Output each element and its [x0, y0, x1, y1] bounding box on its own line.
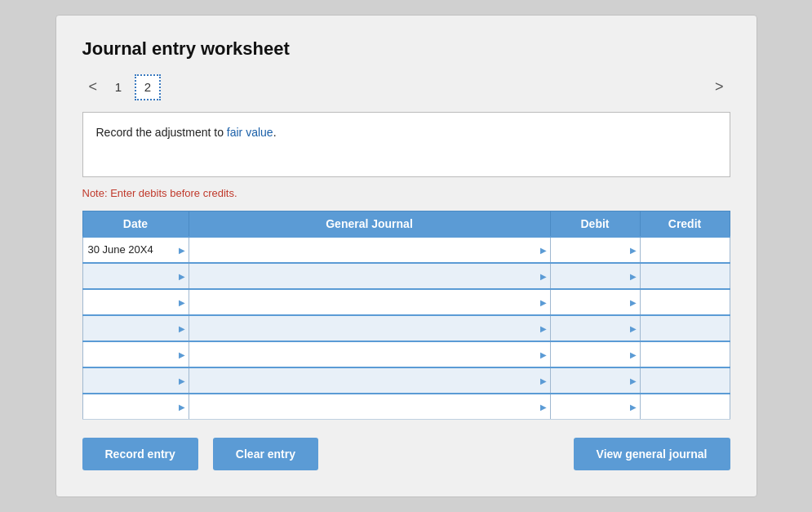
prev-arrow[interactable]: <	[82, 77, 104, 97]
table-row: 30 June 20X4	[82, 237, 730, 263]
col-header-date: Date	[82, 211, 189, 237]
cell-credit-4[interactable]	[640, 341, 730, 367]
cell-date-6[interactable]	[82, 394, 189, 420]
note-text: Note: Enter debits before credits.	[82, 187, 730, 199]
cell-credit-2[interactable]	[640, 289, 730, 315]
next-arrow[interactable]: >	[708, 77, 730, 97]
cell-gj-5[interactable]	[189, 367, 550, 394]
table-row	[82, 315, 730, 341]
cell-date-4[interactable]	[82, 341, 189, 367]
cell-credit-3[interactable]	[640, 315, 730, 341]
record-entry-button[interactable]: Record entry	[82, 438, 198, 470]
description-text-before: Record the adjustment to	[96, 126, 227, 139]
cell-gj-1[interactable]	[189, 263, 550, 289]
cell-date-0[interactable]: 30 June 20X4	[82, 237, 189, 263]
description-box: Record the adjustment to fair value.	[82, 112, 730, 177]
cell-date-2[interactable]	[82, 289, 189, 315]
cell-gj-0[interactable]	[189, 237, 550, 263]
pagination: < 1 2 >	[82, 74, 730, 100]
cell-debit-0[interactable]	[550, 237, 640, 263]
cell-debit-6[interactable]	[550, 394, 640, 420]
cell-gj-3[interactable]	[189, 315, 550, 341]
page-1[interactable]: 1	[105, 74, 131, 100]
page-2[interactable]: 2	[135, 74, 161, 100]
col-header-gj: General Journal	[189, 211, 550, 237]
cell-credit-0[interactable]	[640, 237, 730, 263]
table-row	[82, 341, 730, 367]
cell-date-1[interactable]	[82, 263, 189, 289]
col-header-credit: Credit	[640, 211, 730, 237]
table-row	[82, 394, 730, 420]
page-title: Journal entry worksheet	[82, 38, 730, 60]
button-row: Record entry Clear entry View general jo…	[82, 438, 730, 470]
cell-gj-4[interactable]	[189, 341, 550, 367]
description-highlight: fair value	[227, 126, 273, 139]
cell-date-5[interactable]	[82, 367, 189, 394]
cell-gj-2[interactable]	[189, 289, 550, 315]
cell-debit-2[interactable]	[550, 289, 640, 315]
cell-debit-4[interactable]	[550, 341, 640, 367]
journal-table: Date General Journal Debit Credit 30 Jun…	[82, 211, 730, 421]
cell-credit-1[interactable]	[640, 263, 730, 289]
cell-credit-6[interactable]	[640, 394, 730, 420]
cell-debit-3[interactable]	[550, 315, 640, 341]
cell-date-3[interactable]	[82, 315, 189, 341]
cell-debit-5[interactable]	[550, 367, 640, 394]
cell-credit-5[interactable]	[640, 367, 730, 394]
clear-entry-button[interactable]: Clear entry	[213, 438, 318, 470]
table-row	[82, 289, 730, 315]
col-header-debit: Debit	[550, 211, 640, 237]
table-row	[82, 263, 730, 289]
cell-gj-6[interactable]	[189, 394, 550, 420]
view-general-journal-button[interactable]: View general journal	[574, 438, 730, 470]
table-row	[82, 367, 730, 394]
description-text-after: .	[273, 126, 277, 139]
journal-entry-worksheet: Journal entry worksheet < 1 2 > Record t…	[55, 15, 757, 498]
cell-debit-1[interactable]	[550, 263, 640, 289]
